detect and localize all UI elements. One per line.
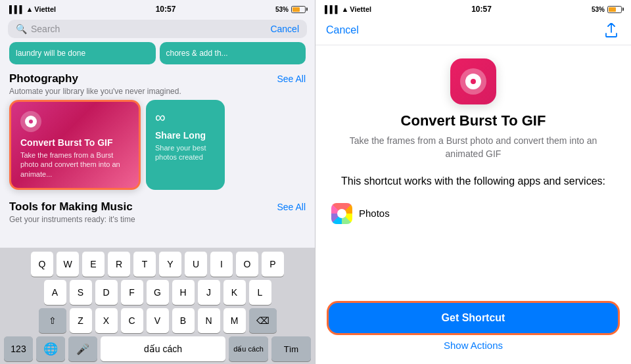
key-i[interactable]: I <box>210 252 233 277</box>
right-nav: Cancel <box>316 17 631 45</box>
key-c[interactable]: C <box>121 308 143 333</box>
carrier-label: Viettel <box>34 5 56 13</box>
right-battery-percent: 53% <box>592 6 605 13</box>
music-see-all[interactable]: See All <box>277 202 306 212</box>
right-time: 10:57 <box>471 5 492 14</box>
card-icon-dot <box>29 120 33 124</box>
key-y[interactable]: Y <box>159 252 181 277</box>
key-l[interactable]: L <box>249 280 271 305</box>
app-name: Convert Burst To GIF <box>331 112 615 129</box>
app-description: Take the frames from a Burst photo and c… <box>331 135 615 160</box>
keyboard-row-2: A S D F G H J K L <box>3 280 312 305</box>
key-n[interactable]: N <box>198 308 220 333</box>
search-label: Tìm <box>284 344 298 354</box>
left-status-bar: ▌▌▌ ▲ Viettel 10:57 53% <box>0 0 315 17</box>
key-o[interactable]: O <box>236 252 258 277</box>
key-m[interactable]: M <box>223 308 246 333</box>
key-x[interactable]: X <box>95 308 118 333</box>
keyboard: Q W E R T Y U I O P A S D F G H J K L ⇧ … <box>0 248 315 364</box>
right-wifi-icon: ▲ <box>341 5 348 13</box>
key-a[interactable]: A <box>44 280 66 305</box>
photography-subtitle: Automate your library like you've never … <box>0 87 315 100</box>
key-s[interactable]: S <box>70 280 92 305</box>
key-search[interactable]: Tìm <box>271 336 311 361</box>
search-bar[interactable]: 🔍 Search Cancel <box>8 20 307 38</box>
apps-list: Photos <box>316 199 631 228</box>
keyboard-row-bottom: 123 🌐 🎤 dấu cách dấu cách Tìm <box>3 336 312 361</box>
left-time: 10:57 <box>156 5 176 14</box>
card-title: Convert Burst To GIF <box>20 137 129 148</box>
infinity-icon: ∞ <box>155 109 216 126</box>
key-k[interactable]: K <box>223 280 246 305</box>
app-icon-symbol <box>460 68 486 95</box>
card-icon-ring <box>25 116 37 127</box>
photos-app-row: Photos <box>331 199 615 228</box>
key-f[interactable]: F <box>121 280 143 305</box>
key-spacebar[interactable]: dấu cách <box>101 336 225 361</box>
key-b[interactable]: B <box>172 308 195 333</box>
right-signal-icon: ▌▌▌ <box>325 5 340 13</box>
card-convert-burst[interactable]: Convert Burst To GIF Take the frames fro… <box>9 100 141 190</box>
key-z[interactable]: Z <box>70 308 92 333</box>
key-r[interactable]: R <box>108 252 130 277</box>
photography-see-all[interactable]: See All <box>277 74 306 84</box>
keyboard-row-3: ⇧ Z X C V B N M ⌫ <box>3 308 312 333</box>
photography-section-header: Photography See All <box>0 70 315 87</box>
key-e[interactable]: E <box>82 252 105 277</box>
teal-banner-2: chores & add th... <box>160 42 306 64</box>
right-carrier-label: Viettel <box>350 5 371 13</box>
card-desc: Take the frames from a Burst photo and c… <box>20 150 129 179</box>
share-button[interactable] <box>602 21 620 39</box>
key-microphone[interactable]: 🎤 <box>68 336 97 361</box>
right-phone-panel: ▌▌▌ ▲ Viettel 10:57 53% Cancel <box>316 0 631 364</box>
key-h[interactable]: H <box>172 280 195 305</box>
card2-title: Share Long <box>155 130 216 141</box>
left-battery: 53% <box>275 6 306 13</box>
teal-banner-1: laundry will be done <box>9 42 156 64</box>
teal-banner2-text: chores & add th... <box>166 49 228 58</box>
cards-row: Convert Burst To GIF Take the frames fro… <box>0 100 315 190</box>
battery-percent-label: 53% <box>275 6 289 13</box>
key-d[interactable]: D <box>95 280 118 305</box>
key-v[interactable]: V <box>147 308 169 333</box>
key-backspace[interactable]: ⌫ <box>249 308 277 333</box>
key-p[interactable]: P <box>262 252 284 277</box>
key-t[interactable]: T <box>133 252 156 277</box>
card2-desc: Share your best photos created <box>155 143 216 162</box>
app-detail: Convert Burst To GIF Take the frames fro… <box>316 112 631 189</box>
nav-cancel-button[interactable]: Cancel <box>326 24 359 36</box>
left-phone-panel: ▌▌▌ ▲ Viettel 10:57 53% 🔍 Search Cancel … <box>0 0 316 364</box>
right-battery-icon <box>607 6 622 13</box>
key-q[interactable]: Q <box>31 252 53 277</box>
teal-banner-text: laundry will be done <box>16 49 85 58</box>
bottom-actions: Get Shortcut Show Actions <box>316 303 631 351</box>
music-title: Tools for Making Music <box>9 200 133 214</box>
key-diacritic[interactable]: dấu cách <box>229 336 268 361</box>
keyboard-row-1: Q W E R T Y U I O P <box>3 252 312 277</box>
music-section-header: Tools for Making Music See All <box>0 195 315 215</box>
search-icon: 🔍 <box>16 24 27 34</box>
right-status-bar: ▌▌▌ ▲ Viettel 10:57 53% <box>316 0 631 17</box>
works-with-label: This shortcut works with the following a… <box>331 174 615 189</box>
key-shift[interactable]: ⇧ <box>39 308 66 333</box>
photos-app-name: Photos <box>359 208 390 219</box>
photos-app-icon <box>331 203 352 224</box>
photography-title: Photography <box>9 72 78 85</box>
key-numbers[interactable]: 123 <box>4 336 33 361</box>
show-actions-link[interactable]: Show Actions <box>329 340 618 351</box>
key-j[interactable]: J <box>198 280 220 305</box>
left-status-carrier: ▌▌▌ ▲ Viettel <box>9 5 56 13</box>
get-shortcut-button[interactable]: Get Shortcut <box>329 303 618 333</box>
app-icon-inner-ring <box>465 74 481 89</box>
search-placeholder: Search <box>31 24 60 34</box>
search-cancel-button[interactable]: Cancel <box>270 24 299 34</box>
app-icon-center-dot <box>471 79 476 84</box>
key-u[interactable]: U <box>185 252 207 277</box>
card-share-long[interactable]: ∞ Share Long Share your best photos crea… <box>146 100 225 190</box>
right-status-carrier: ▌▌▌ ▲ Viettel <box>325 5 371 13</box>
app-icon-container <box>316 45 631 112</box>
key-globe[interactable]: 🌐 <box>36 336 65 361</box>
music-subtitle: Get your instruments ready: it's time <box>0 215 315 228</box>
key-w[interactable]: W <box>57 252 79 277</box>
key-g[interactable]: G <box>147 280 169 305</box>
